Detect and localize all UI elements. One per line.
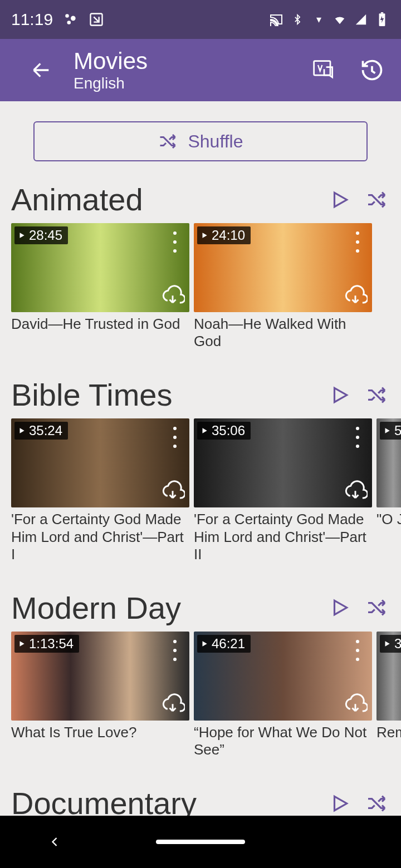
bluetooth-icon [290, 12, 305, 27]
shuffle-section-button[interactable] [363, 594, 390, 621]
page-title: Movies [74, 48, 148, 75]
video-card[interactable]: 24:10 Noah—He Walked With God [194, 223, 372, 350]
video-thumbnail[interactable]: 51 [376, 418, 401, 507]
download-button[interactable] [160, 480, 185, 504]
more-button[interactable] [166, 229, 184, 255]
more-button[interactable] [349, 424, 366, 451]
video-card[interactable]: 1:13:54 What Is True Love? [11, 632, 189, 758]
duration-badge: 51 [380, 422, 401, 440]
more-button[interactable] [349, 229, 366, 255]
shuffle-label: Shuffle [188, 131, 243, 152]
video-thumbnail[interactable]: 24:10 [194, 223, 372, 312]
video-card[interactable]: 51 "O Jeh [376, 418, 401, 563]
back-button[interactable] [23, 52, 59, 88]
cast-icon [268, 12, 284, 27]
more-button[interactable] [166, 424, 184, 451]
download-button[interactable] [160, 693, 185, 717]
duration-badge: 1:13:54 [14, 635, 79, 653]
download-button[interactable] [343, 284, 368, 309]
duration-badge: 24:10 [197, 226, 251, 244]
svg-rect-5 [381, 12, 383, 13]
content-scroll[interactable]: Shuffle Animated 28:45 David—He Trusted … [0, 101, 401, 816]
more-button[interactable] [349, 637, 366, 664]
shuffle-button[interactable]: Shuffle [33, 121, 368, 161]
app-bar: Movies English [0, 39, 401, 101]
video-title: What Is True Love? [11, 721, 189, 741]
more-button[interactable] [166, 637, 184, 664]
video-card[interactable]: 28:45 David—He Trusted in God [11, 223, 189, 350]
section-title: Modern Day [11, 590, 326, 626]
svg-point-0 [65, 14, 69, 18]
play-all-button[interactable] [326, 382, 353, 408]
video-thumbnail[interactable]: 35:06 [194, 418, 372, 507]
download-button[interactable] [160, 284, 185, 309]
shuffle-section-button[interactable] [363, 382, 390, 408]
download-button[interactable] [343, 480, 368, 504]
duration-badge: 46:21 [197, 635, 251, 653]
battery-icon [374, 12, 390, 27]
svg-point-1 [71, 16, 76, 21]
play-all-button[interactable] [326, 790, 353, 816]
video-thumbnail[interactable]: 1:13:54 [11, 632, 189, 721]
download-button[interactable] [343, 693, 368, 717]
video-title: Reme [376, 721, 401, 741]
video-card[interactable]: 35:06 'For a Certainty God Made Him Lord… [194, 418, 372, 563]
play-all-button[interactable] [326, 186, 353, 213]
video-title: Noah—He Walked With God [194, 312, 372, 350]
shuffle-section-button[interactable] [363, 186, 390, 213]
video-title: “Hope for What We Do Not See” [194, 721, 372, 758]
video-title: David—He Trusted in God [11, 312, 189, 333]
nav-back[interactable] [47, 834, 62, 850]
data-icon: ▾ [311, 12, 326, 27]
shuffle-section-button[interactable] [363, 790, 390, 816]
system-nav-bar [0, 816, 401, 868]
status-app-icon [63, 12, 79, 27]
video-thumbnail[interactable]: 30 [376, 632, 401, 721]
video-thumbnail[interactable]: 28:45 [11, 223, 189, 312]
section-title: Bible Times [11, 377, 326, 413]
video-title: "O Jeh [376, 507, 401, 528]
play-all-button[interactable] [326, 594, 353, 621]
duration-badge: 35:06 [197, 422, 251, 440]
video-card[interactable]: 35:24 'For a Certainty God Made Him Lord… [11, 418, 189, 563]
duration-badge: 35:24 [14, 422, 68, 440]
status-bar: 11:19 ▾ [0, 0, 401, 39]
video-thumbnail[interactable]: 35:24 [11, 418, 189, 507]
status-time: 11:19 [11, 10, 53, 29]
nav-home[interactable] [156, 840, 245, 844]
history-button[interactable] [354, 52, 390, 88]
section-title: Animated [11, 181, 326, 218]
section-title: Documentary [11, 785, 326, 816]
video-card[interactable]: 46:21 “Hope for What We Do Not See” [194, 632, 372, 758]
video-title: 'For a Certainty God Made Him Lord and C… [11, 507, 189, 563]
video-title: 'For a Certainty God Made Him Lord and C… [194, 507, 372, 563]
page-subtitle: English [74, 75, 148, 92]
svg-rect-6 [314, 61, 330, 76]
duration-badge: 30 [380, 635, 401, 653]
signal-icon [353, 12, 369, 27]
wifi-icon [332, 12, 348, 27]
language-button[interactable] [306, 52, 342, 88]
svg-point-2 [67, 21, 71, 24]
video-thumbnail[interactable]: 46:21 [194, 632, 372, 721]
status-app-icon-2 [89, 12, 104, 27]
duration-badge: 28:45 [14, 226, 68, 244]
video-card[interactable]: 30 Reme [376, 632, 401, 758]
